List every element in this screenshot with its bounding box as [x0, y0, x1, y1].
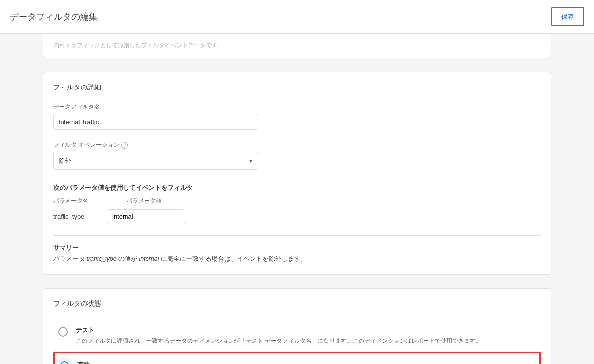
state-section-title: フィルタの状態	[53, 300, 541, 308]
summary-val: internal	[139, 256, 159, 262]
radio-desc-test: このフィルタは評価され、一致するデータのディメンションが「テスト データフィルタ…	[76, 337, 482, 345]
param-row: traffic_type	[53, 209, 541, 224]
summary-suffix: に完全に一致する場合は、イベントを除外します。	[159, 256, 307, 262]
radio-option-active[interactable]: 有効 このフィルタは評価され、受信データに適用されます。 一致するデータは処理か…	[53, 352, 541, 364]
filter-operation-label: フィルタ オペレーション ?	[53, 141, 541, 149]
radio-title-test: テスト	[76, 326, 482, 335]
summary-param: traffic_type	[86, 256, 116, 262]
help-icon[interactable]: ?	[121, 142, 128, 149]
param-value-input[interactable]	[107, 209, 185, 224]
details-section-title: フィルタの詳細	[53, 83, 541, 92]
page-title: データフィルタの編集	[10, 11, 98, 22]
filter-operation-value: 除外	[59, 156, 71, 165]
divider	[53, 235, 541, 236]
summary-title: サマリー	[53, 243, 541, 252]
radio-button-test[interactable]	[58, 327, 68, 337]
summary-prefix: パラメータ	[53, 256, 86, 262]
filter-state-card: フィルタの状態 テスト このフィルタは評価され、一致するデータのディメンションが…	[43, 288, 551, 364]
param-filter-heading: 次のパラメータ値を使用してイベントをフィルタ	[53, 183, 541, 192]
param-name-header: パラメータ名	[53, 197, 97, 205]
filter-operation-label-text: フィルタ オペレーション	[53, 141, 119, 149]
main-container: 内部トラフィックとして識別したフィルタイベントデータです。 フィルタの詳細 デー…	[33, 34, 561, 364]
page-header: データフィルタの編集 保存	[0, 0, 594, 34]
save-button[interactable]: 保存	[551, 7, 584, 26]
param-name: traffic_type	[53, 213, 97, 220]
param-headers: パラメータ名 パラメータ値	[53, 197, 541, 205]
summary-text: パラメータ traffic_type の値が internal に完全に一致する…	[53, 255, 541, 263]
chevron-down-icon: ▼	[248, 158, 253, 164]
radio-option-test[interactable]: テスト このフィルタは評価され、一致するデータのディメンションが「テスト データ…	[53, 319, 541, 352]
filter-type-card-fragment: 内部トラフィックとして識別したフィルタイベントデータです。	[43, 34, 551, 58]
radio-button-active[interactable]	[60, 361, 69, 364]
filter-name-input[interactable]	[53, 114, 258, 130]
summary-mid: の値が	[117, 256, 139, 262]
param-value-header: パラメータ値	[127, 197, 170, 205]
filter-operation-select[interactable]: 除外 ▼	[53, 152, 258, 170]
filter-details-card: フィルタの詳細 データフィルタ名 フィルタ オペレーション ? 除外 ▼ 次のパ…	[43, 72, 551, 275]
filter-type-description: 内部トラフィックとして識別したフィルタイベントデータです。	[53, 42, 541, 50]
filter-name-label: データフィルタ名	[53, 103, 541, 111]
radio-title-active: 有効	[77, 360, 337, 364]
